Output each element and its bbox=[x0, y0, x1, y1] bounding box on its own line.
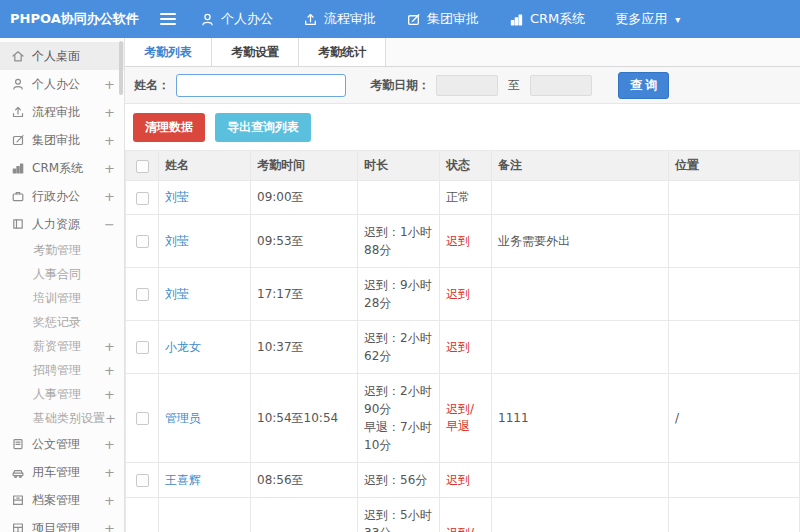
select-all-checkbox[interactable] bbox=[136, 160, 149, 173]
row-checkbox[interactable] bbox=[136, 341, 149, 354]
table-row: 刘莹09:00至正常 bbox=[126, 181, 800, 215]
name-input[interactable] bbox=[176, 74, 346, 97]
sidebar-scrollbar[interactable] bbox=[119, 41, 123, 95]
duration-line: 迟到：56分 bbox=[364, 471, 433, 489]
expand-plus-icon[interactable]: + bbox=[104, 363, 115, 378]
employee-name-link[interactable]: 小龙女 bbox=[165, 340, 201, 354]
status-badge: 迟到/早退 bbox=[446, 402, 474, 433]
expand-plus-icon[interactable]: + bbox=[104, 339, 115, 354]
column-header: 状态 bbox=[440, 151, 492, 181]
chart-icon bbox=[11, 161, 25, 175]
employee-name-link[interactable]: 刘莹 bbox=[165, 234, 189, 248]
tab-2[interactable]: 考勤设置 bbox=[212, 38, 299, 66]
clean-data-button[interactable]: 清理数据 bbox=[133, 113, 205, 142]
expand-plus-icon[interactable]: + bbox=[104, 189, 115, 204]
sidebar-item-6[interactable]: 行政办公+ bbox=[0, 182, 124, 210]
menu-icon[interactable] bbox=[158, 9, 178, 29]
sidebar-item-label: 人力资源 bbox=[32, 216, 80, 233]
date-to-input[interactable] bbox=[530, 75, 592, 96]
sidebar-item-2[interactable]: 个人办公+ bbox=[0, 70, 124, 98]
app-logo: PHPOA协同办公软件 bbox=[0, 10, 158, 28]
location-cell bbox=[669, 268, 800, 321]
sidebar-item-5[interactable]: CRM系统+ bbox=[0, 154, 124, 182]
expand-plus-icon[interactable]: + bbox=[104, 521, 115, 532]
top-nav-item-4[interactable]: CRM系统 bbox=[509, 10, 585, 28]
sidebar-item-label: 人事合同 bbox=[33, 266, 81, 283]
table-header-row: 姓名考勤时间时长状态备注位置 bbox=[126, 151, 800, 181]
expand-plus-icon[interactable]: + bbox=[104, 465, 115, 480]
sidebar-item-11[interactable]: 奖惩记录 bbox=[0, 310, 124, 334]
top-nav-item-1[interactable]: 个人办公 bbox=[200, 10, 273, 28]
sidebar-item-8[interactable]: 考勤管理 bbox=[0, 238, 124, 262]
sidebar-item-label: 行政办公 bbox=[32, 188, 80, 205]
row-checkbox[interactable] bbox=[136, 474, 149, 487]
top-nav-item-5[interactable]: 更多应用▾ bbox=[615, 10, 680, 28]
row-checkbox[interactable] bbox=[136, 192, 149, 205]
top-bar: PHPOA协同办公软件 个人办公流程审批集团审批CRM系统更多应用▾ bbox=[0, 0, 800, 38]
employee-name-link[interactable]: 管理员 bbox=[165, 411, 201, 425]
table-row: 王喜辉08:56至迟到：56分迟到 bbox=[126, 463, 800, 498]
employee-name-link[interactable]: 刘莹 bbox=[165, 287, 189, 301]
location-cell: / bbox=[669, 374, 800, 463]
sidebar-item-13[interactable]: 招聘管理+ bbox=[0, 358, 124, 382]
attendance-time-cell: 17:17至 bbox=[251, 268, 358, 321]
expand-plus-icon[interactable]: + bbox=[104, 493, 115, 508]
sidebar-item-12[interactable]: 薪资管理+ bbox=[0, 334, 124, 358]
duration-cell: 迟到：2小时90分早退：7小时10分 bbox=[358, 374, 440, 463]
duration-cell: 迟到：1小时88分 bbox=[358, 215, 440, 268]
tab-1[interactable]: 考勤列表 bbox=[125, 38, 212, 66]
attendance-time-cell: 08:56至 bbox=[251, 463, 358, 498]
note-cell bbox=[492, 321, 669, 374]
row-checkbox[interactable] bbox=[136, 412, 149, 425]
collapse-minus-icon[interactable]: − bbox=[104, 217, 115, 232]
date-from-input[interactable] bbox=[436, 75, 498, 96]
expand-plus-icon[interactable]: + bbox=[104, 161, 115, 176]
duration-line: 迟到：2小时62分 bbox=[364, 329, 433, 365]
sidebar-item-label: 培训管理 bbox=[33, 290, 81, 307]
table-row: 黄蓉13:20至13:20迟到：5小时33分早退：4小时67分迟到/早退/ bbox=[126, 498, 800, 532]
attendance-time-cell: 09:00至 bbox=[251, 181, 358, 215]
home-icon bbox=[11, 49, 25, 63]
top-nav-item-3[interactable]: 集团审批 bbox=[406, 10, 479, 28]
sidebar-item-4[interactable]: 集团审批+ bbox=[0, 126, 124, 154]
status-badge: 迟到 bbox=[446, 234, 470, 248]
sidebar-item-3[interactable]: 流程审批+ bbox=[0, 98, 124, 126]
sidebar-item-19[interactable]: 项目管理+ bbox=[0, 514, 124, 532]
expand-plus-icon[interactable]: + bbox=[104, 77, 115, 92]
sidebar-item-7[interactable]: 人力资源− bbox=[0, 210, 124, 238]
sidebar-item-9[interactable]: 人事合同 bbox=[0, 262, 124, 286]
duration-cell: 迟到：2小时62分 bbox=[358, 321, 440, 374]
note-cell bbox=[492, 268, 669, 321]
location-cell: / bbox=[669, 498, 800, 532]
chart-icon bbox=[509, 12, 524, 27]
sidebar-item-10[interactable]: 培训管理 bbox=[0, 286, 124, 310]
tab-3[interactable]: 考勤统计 bbox=[299, 38, 386, 66]
employee-name-link[interactable]: 刘莹 bbox=[165, 190, 189, 204]
column-header: 姓名 bbox=[159, 151, 251, 181]
top-nav-item-2[interactable]: 流程审批 bbox=[303, 10, 376, 28]
tab-bar: 考勤列表考勤设置考勤统计 bbox=[125, 38, 800, 67]
expand-plus-icon[interactable]: + bbox=[105, 411, 116, 426]
sidebar-item-17[interactable]: 用车管理+ bbox=[0, 458, 124, 486]
query-button[interactable]: 查 询 bbox=[618, 72, 669, 99]
doc-icon bbox=[11, 437, 25, 451]
expand-plus-icon[interactable]: + bbox=[104, 437, 115, 452]
sidebar-item-16[interactable]: 公文管理+ bbox=[0, 430, 124, 458]
export-list-button[interactable]: 导出查询列表 bbox=[215, 113, 311, 142]
sidebar-item-label: 薪资管理 bbox=[33, 338, 81, 355]
sidebar-item-14[interactable]: 人事管理+ bbox=[0, 382, 124, 406]
row-checkbox[interactable] bbox=[136, 288, 149, 301]
table-row: 刘莹17:17至迟到：9小时28分迟到 bbox=[126, 268, 800, 321]
note-cell bbox=[492, 463, 669, 498]
expand-plus-icon[interactable]: + bbox=[104, 387, 115, 402]
archive-icon bbox=[11, 493, 25, 507]
employee-name-link[interactable]: 王喜辉 bbox=[165, 473, 201, 487]
sidebar-item-15[interactable]: 基础类别设置+ bbox=[0, 406, 124, 430]
sidebar-item-18[interactable]: 档案管理+ bbox=[0, 486, 124, 514]
table-row: 小龙女10:37至迟到：2小时62分迟到 bbox=[126, 321, 800, 374]
status-badge: 迟到 bbox=[446, 340, 470, 354]
sidebar-item-1[interactable]: 个人桌面 bbox=[0, 42, 124, 70]
row-checkbox[interactable] bbox=[136, 235, 149, 248]
expand-plus-icon[interactable]: + bbox=[104, 133, 115, 148]
expand-plus-icon[interactable]: + bbox=[104, 105, 115, 120]
